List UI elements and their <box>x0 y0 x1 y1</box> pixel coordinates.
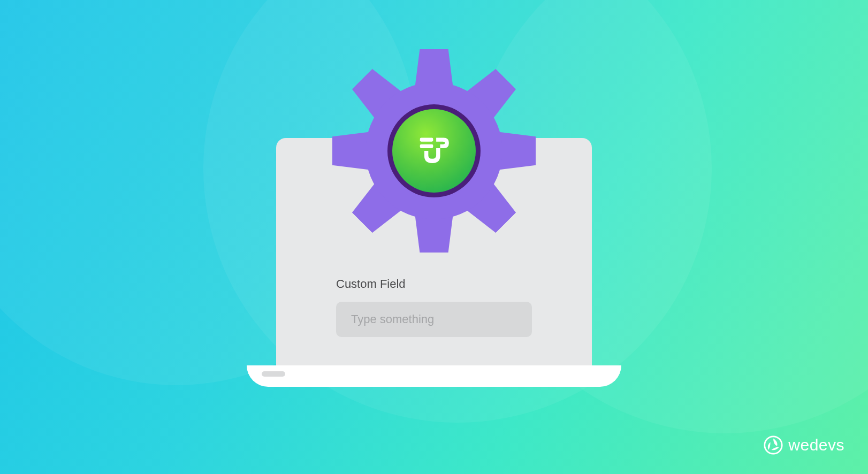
wedevs-logo-icon <box>764 435 783 455</box>
gear-icon <box>332 49 536 253</box>
field-label: Custom Field <box>336 277 532 291</box>
svg-rect-0 <box>420 137 433 141</box>
up-logo-icon <box>392 109 476 193</box>
brand-name: wedevs <box>788 436 844 454</box>
custom-field-input[interactable] <box>336 302 532 337</box>
svg-point-2 <box>765 437 782 454</box>
brand-watermark: wedevs <box>764 435 844 455</box>
laptop-notch <box>262 371 285 377</box>
svg-rect-1 <box>420 144 433 148</box>
gear-center <box>387 104 481 197</box>
laptop-base <box>247 365 621 387</box>
